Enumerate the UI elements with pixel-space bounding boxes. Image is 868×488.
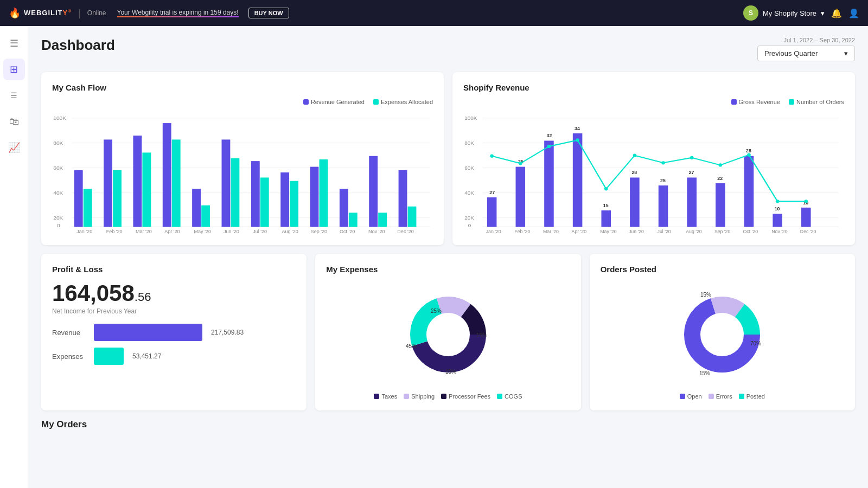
legend-gross-label: Gross Revenue bbox=[739, 99, 780, 105]
legend-revenue-dot bbox=[303, 99, 309, 105]
pnl-title: Profit & Loss bbox=[52, 265, 296, 274]
svg-text:Apr '20: Apr '20 bbox=[164, 229, 180, 234]
bar bbox=[280, 172, 289, 227]
bar bbox=[310, 167, 319, 227]
store-selector[interactable]: S My Shopify Store ▾ bbox=[743, 5, 825, 21]
legend-posted: Posted bbox=[739, 393, 765, 400]
sidebar-item-dashboard[interactable]: ⊞ bbox=[3, 59, 25, 80]
legend-taxes: Taxes bbox=[374, 393, 397, 400]
bar bbox=[340, 189, 348, 227]
nav-divider: | bbox=[78, 8, 81, 19]
legend-taxes-label: Taxes bbox=[381, 393, 397, 400]
svg-text:Sep '20: Sep '20 bbox=[714, 229, 731, 234]
legend-expenses-label: Expenses Allocated bbox=[381, 99, 433, 105]
svg-text:15%: 15% bbox=[476, 332, 487, 338]
shopify-svg: 100K 80K 60K 40K 20K 0 bbox=[463, 110, 844, 234]
user-icon[interactable]: 👤 bbox=[848, 8, 859, 18]
sidebar-item-analytics[interactable]: 📈 bbox=[3, 137, 25, 158]
buy-now-button[interactable]: BUY NOW bbox=[248, 8, 289, 18]
orders-posted-card: Orders Posted 70% 15% 15% Open bbox=[590, 254, 855, 410]
svg-text:15%: 15% bbox=[699, 370, 710, 376]
svg-text:0: 0 bbox=[468, 223, 471, 229]
svg-text:22: 22 bbox=[717, 176, 723, 181]
orders-posted-title: Orders Posted bbox=[601, 265, 844, 274]
bar bbox=[687, 177, 697, 227]
legend-processor: Processor Fees bbox=[441, 393, 490, 400]
logo: 🔥 WEBGILITY® bbox=[9, 7, 72, 19]
topnav: 🔥 WEBGILITY® | Online Your Webgility tri… bbox=[0, 0, 868, 26]
trial-message: Your Webgility trial is expiring in 159 … bbox=[117, 9, 239, 17]
sidebar-item-products[interactable]: 🛍 bbox=[3, 111, 25, 132]
svg-text:70%: 70% bbox=[750, 341, 761, 346]
svg-text:25: 25 bbox=[660, 178, 666, 183]
legend-orders-dot bbox=[789, 99, 794, 105]
bar bbox=[399, 170, 407, 227]
svg-text:34: 34 bbox=[575, 126, 580, 131]
chevron-down-icon: ▾ bbox=[844, 49, 848, 57]
svg-text:Mar '20: Mar '20 bbox=[543, 229, 559, 234]
filter-label: Previous Quarter bbox=[764, 49, 818, 57]
cashflow-title: My Cash Flow bbox=[52, 83, 433, 92]
sidebar-item-orders[interactable]: ☰ bbox=[3, 85, 25, 106]
svg-text:10: 10 bbox=[775, 206, 780, 211]
orders-posted-legend: Open Errors Posted bbox=[680, 393, 765, 400]
shopify-legend: Gross Revenue Number of Orders bbox=[463, 99, 844, 105]
svg-text:May '20: May '20 bbox=[194, 229, 212, 234]
svg-text:Feb '20: Feb '20 bbox=[106, 229, 123, 234]
svg-text:Jan '20: Jan '20 bbox=[76, 229, 92, 234]
donut-hole bbox=[706, 318, 738, 351]
svg-text:0: 0 bbox=[57, 223, 60, 229]
revenue-bar bbox=[94, 324, 202, 341]
line-dot bbox=[547, 145, 551, 148]
svg-text:40K: 40K bbox=[53, 190, 63, 196]
top-charts-row: My Cash Flow Revenue Generated Expenses … bbox=[41, 72, 855, 245]
legend-posted-dot bbox=[739, 394, 744, 399]
bar bbox=[104, 139, 112, 227]
svg-text:100K: 100K bbox=[464, 115, 477, 121]
bar bbox=[251, 161, 260, 227]
sidebar-item-menu[interactable]: ☰ bbox=[3, 33, 25, 54]
bar bbox=[369, 156, 378, 227]
bar bbox=[630, 177, 640, 227]
cashflow-card: My Cash Flow Revenue Generated Expenses … bbox=[41, 72, 444, 245]
line-dot bbox=[633, 154, 637, 157]
legend-shipping: Shipping bbox=[404, 393, 435, 400]
expenses-card: My Expenses 25% 15% 15% 45% bbox=[315, 254, 580, 410]
pnl-card: Profit & Loss 164,058.56 Net Income for … bbox=[41, 254, 307, 410]
bar bbox=[601, 210, 611, 227]
svg-text:Jun '20: Jun '20 bbox=[224, 229, 239, 234]
bar bbox=[201, 206, 210, 227]
svg-text:60K: 60K bbox=[53, 165, 63, 171]
svg-text:Sep '20: Sep '20 bbox=[311, 229, 328, 234]
logo-icon: 🔥 bbox=[9, 7, 21, 19]
bar bbox=[231, 158, 239, 227]
bar bbox=[773, 214, 782, 227]
store-name: My Shopify Store bbox=[763, 9, 816, 17]
legend-errors: Errors bbox=[709, 393, 732, 400]
legend-gross: Gross Revenue bbox=[731, 99, 780, 105]
revenue-label: Revenue bbox=[52, 329, 87, 337]
svg-text:80K: 80K bbox=[464, 140, 474, 146]
bar bbox=[487, 197, 497, 227]
date-filter-dropdown[interactable]: Previous Quarter ▾ bbox=[757, 46, 855, 61]
svg-text:Nov '20: Nov '20 bbox=[771, 229, 788, 234]
legend-cogs-dot bbox=[497, 394, 502, 399]
page-title: Dashboard bbox=[41, 37, 115, 54]
pnl-main: 164,058 bbox=[52, 280, 135, 306]
shopify-card: Shopify Revenue Gross Revenue Number of … bbox=[452, 72, 855, 245]
bell-icon[interactable]: 🔔 bbox=[831, 8, 842, 18]
expenses-legend: Taxes Shipping Processor Fees COGS bbox=[374, 393, 522, 400]
line-dot bbox=[776, 200, 780, 203]
legend-revenue: Revenue Generated bbox=[303, 99, 365, 105]
svg-text:28: 28 bbox=[746, 149, 751, 154]
legend-shipping-dot bbox=[404, 394, 409, 399]
bar bbox=[260, 177, 269, 227]
svg-text:Dec '20: Dec '20 bbox=[800, 229, 816, 234]
menu-icon: ☰ bbox=[10, 37, 18, 49]
legend-posted-label: Posted bbox=[746, 393, 765, 400]
expenses-label: Expenses bbox=[52, 352, 87, 361]
svg-text:Dec '20: Dec '20 bbox=[397, 229, 414, 234]
svg-text:Jan '20: Jan '20 bbox=[486, 229, 501, 234]
svg-text:32: 32 bbox=[547, 133, 552, 138]
donut-hole bbox=[432, 318, 464, 351]
